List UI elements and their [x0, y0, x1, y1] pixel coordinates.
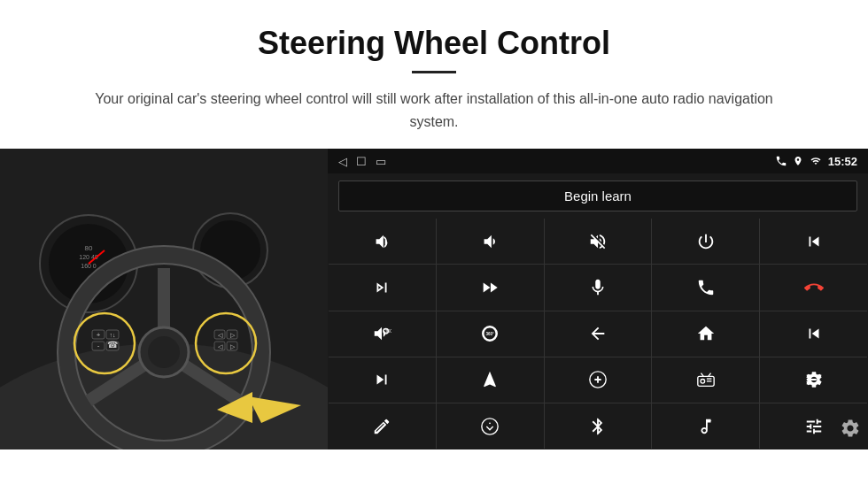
music-settings-button[interactable]: [652, 403, 759, 449]
back-ctrl-button[interactable]: [545, 311, 652, 357]
location-status-icon: [793, 155, 803, 167]
eq-button[interactable]: [545, 357, 652, 403]
status-right: 15:52: [775, 155, 857, 168]
vol-up-button[interactable]: [329, 219, 436, 264]
pen-button[interactable]: [329, 403, 436, 449]
prev-track-button[interactable]: [760, 219, 867, 264]
next-button[interactable]: [329, 265, 436, 310]
phone-button[interactable]: [652, 265, 759, 310]
title-divider: [412, 71, 456, 73]
vol-mute-button[interactable]: [545, 219, 652, 264]
hang-up-button[interactable]: [760, 265, 867, 310]
subtitle-text: Your original car's steering wheel contr…: [89, 88, 779, 133]
page-wrapper: Steering Wheel Control Your original car…: [0, 0, 868, 449]
android-panel: ◁ ☐ ▭ 15:52 Begin learn: [328, 149, 868, 449]
content-area: 80 120 40 160 0: [0, 149, 868, 449]
page-title: Steering Wheel Control: [53, 25, 815, 62]
menu-button[interactable]: [437, 403, 544, 449]
begin-learn-area: Begin learn: [328, 173, 868, 219]
svg-text:360°: 360°: [486, 332, 495, 336]
svg-text:80: 80: [85, 244, 93, 252]
svg-point-43: [701, 380, 705, 384]
svg-text:360: 360: [385, 328, 392, 334]
ff-button[interactable]: [437, 265, 544, 310]
svg-text:↑↓: ↑↓: [110, 332, 116, 338]
svg-point-47: [482, 418, 498, 434]
status-bar: ◁ ☐ ▭ 15:52: [328, 149, 868, 173]
header-section: Steering Wheel Control Your original car…: [0, 0, 868, 149]
home-nav-icon[interactable]: ☐: [356, 155, 367, 168]
skip-back-button[interactable]: [760, 311, 867, 357]
status-left: ◁ ☐ ▭: [338, 155, 386, 168]
vol-down-button[interactable]: [437, 219, 544, 264]
home-ctrl-button[interactable]: [652, 311, 759, 357]
svg-text:-: -: [97, 342, 100, 350]
back-nav-icon[interactable]: ◁: [338, 155, 347, 168]
svg-point-48: [489, 422, 491, 424]
svg-text:+: +: [97, 331, 101, 339]
svg-point-16: [148, 336, 180, 368]
svg-text:☎: ☎: [107, 340, 118, 350]
settings-gear-button[interactable]: [840, 418, 861, 444]
wifi-status-icon: [809, 156, 823, 166]
horn-button[interactable]: 360: [329, 311, 436, 357]
radio-button[interactable]: [652, 357, 759, 403]
bluetooth-button[interactable]: [545, 403, 652, 449]
begin-learn-button[interactable]: Begin learn: [338, 181, 857, 211]
mic-button[interactable]: [545, 265, 652, 310]
phone-status-icon: [775, 155, 787, 167]
steering-wheel-image: 80 120 40 160 0: [0, 149, 328, 449]
skip-fwd-button[interactable]: [329, 357, 436, 403]
settings-ctrl-button[interactable]: [760, 357, 867, 403]
status-time: 15:52: [828, 155, 857, 168]
360-button[interactable]: 360°: [437, 311, 544, 357]
svg-point-49: [702, 428, 706, 432]
recent-nav-icon[interactable]: ▭: [376, 155, 386, 168]
navigate-button[interactable]: [437, 357, 544, 403]
control-button-grid: 360 360°: [329, 219, 867, 449]
power-button[interactable]: [652, 219, 759, 264]
